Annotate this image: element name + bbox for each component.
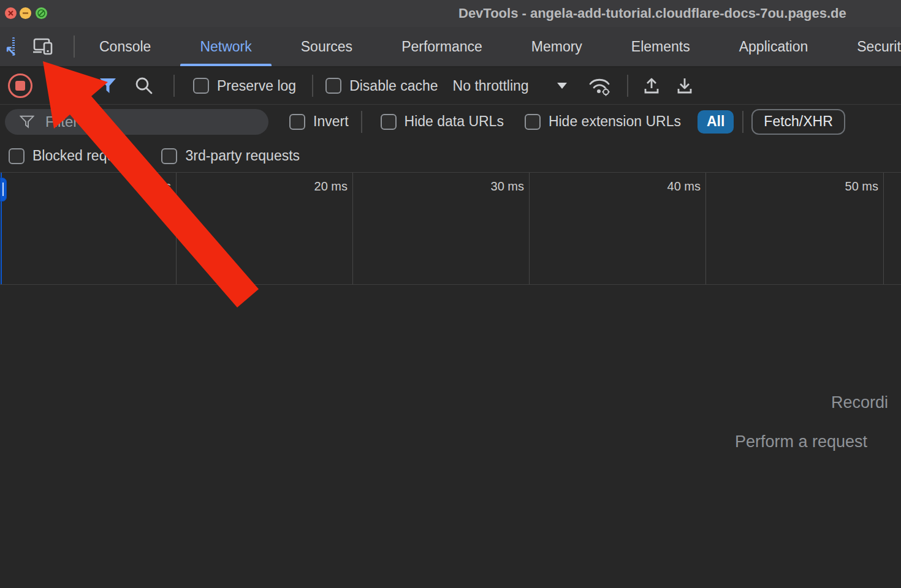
- tick-label: 50 ms: [793, 179, 878, 194]
- disable-cache-checkbox[interactable]: [325, 78, 341, 94]
- tick-line: [883, 173, 884, 284]
- tab-security[interactable]: Security: [832, 27, 901, 66]
- divider: [312, 75, 313, 97]
- filter-input[interactable]: [44, 113, 255, 131]
- network-overview-timeline[interactable]: 10 ms 20 ms 30 ms 40 ms 50 ms: [0, 173, 901, 285]
- tick-line: [705, 173, 706, 284]
- tick-line: [529, 173, 530, 284]
- hide-extension-urls-label: Hide extension URLs: [549, 113, 681, 130]
- inspect-cursor-icon: ↖: [5, 44, 17, 59]
- clear-icon[interactable]: [48, 77, 66, 94]
- third-party-requests-label: 3rd-party requests: [185, 148, 300, 164]
- hide-extension-urls-checkbox[interactable]: [525, 114, 541, 130]
- tab-console[interactable]: Console: [75, 27, 175, 66]
- divider: [84, 75, 85, 97]
- blocked-requests-checkbox[interactable]: [9, 148, 25, 164]
- devtools-tab-strip: ↖ Console Network Sources Performance Me…: [0, 27, 901, 67]
- divider: [173, 75, 175, 97]
- overview-left-grip[interactable]: [0, 178, 7, 202]
- tick-line: [352, 173, 353, 284]
- tick-label: 20 ms: [262, 179, 348, 194]
- tick-line: [176, 173, 177, 284]
- import-har-icon[interactable]: [642, 76, 661, 96]
- divider: [627, 75, 628, 97]
- export-har-icon[interactable]: [675, 76, 694, 96]
- disable-cache-label: Disable cache: [349, 78, 438, 94]
- network-filter-bar: Invert Hide data URLs Hide extension URL…: [0, 105, 901, 138]
- filter-input-pill[interactable]: [5, 109, 268, 135]
- hide-data-urls-label: Hide data URLs: [405, 113, 504, 130]
- device-toolbar-icon[interactable]: [33, 37, 54, 56]
- minimize-window-icon[interactable]: [20, 7, 31, 19]
- request-type-chip-all[interactable]: All: [698, 110, 734, 134]
- tick-label: 40 ms: [615, 179, 701, 194]
- inspect-element-icon[interactable]: ↖: [12, 37, 15, 56]
- tick-label: 30 ms: [438, 179, 524, 194]
- third-party-requests-checkbox[interactable]: [161, 148, 177, 164]
- hide-data-urls-checkbox[interactable]: [381, 114, 397, 130]
- zoom-window-icon[interactable]: [36, 7, 47, 19]
- tab-memory[interactable]: Memory: [507, 27, 607, 66]
- divider: [742, 111, 743, 133]
- tab-sources[interactable]: Sources: [276, 27, 377, 66]
- requests-empty-area: Recordi Perform a request: [0, 285, 901, 588]
- divider: [361, 111, 362, 133]
- empty-state-perform-text: Perform a request: [735, 432, 867, 451]
- invert-checkbox[interactable]: [289, 114, 305, 130]
- tick-label: 10 ms: [85, 179, 171, 194]
- network-toolbar: Preserve log Disable cache No throttling: [0, 67, 901, 105]
- empty-state-recording-text: Recordi: [831, 393, 888, 412]
- tab-network[interactable]: Network: [175, 27, 276, 66]
- network-conditions-icon[interactable]: [588, 75, 612, 96]
- window-title: DevTools - angela-add-tutorial.cloudflar…: [458, 0, 846, 27]
- filter-funnel-outline-icon: [20, 115, 34, 129]
- dropdown-caret-icon: [557, 83, 567, 89]
- tab-elements[interactable]: Elements: [607, 27, 715, 66]
- search-icon[interactable]: [134, 76, 154, 96]
- titlebar: DevTools - angela-add-tutorial.cloudflar…: [0, 0, 901, 28]
- record-icon[interactable]: [8, 74, 32, 98]
- preserve-log-checkbox[interactable]: [193, 78, 209, 94]
- blocked-requests-label: Blocked requests: [32, 148, 140, 164]
- preserve-log-label: Preserve log: [217, 78, 296, 94]
- filter-funnel-icon[interactable]: [99, 78, 117, 94]
- throttling-value: No throttling: [453, 78, 529, 94]
- network-filter-row-2: Blocked requests 3rd-party requests: [0, 140, 901, 173]
- request-type-chip-fetch-xhr[interactable]: Fetch/XHR: [751, 109, 845, 135]
- tab-application[interactable]: Application: [715, 27, 833, 66]
- close-window-icon[interactable]: [5, 7, 17, 19]
- throttling-select[interactable]: No throttling: [453, 78, 567, 94]
- invert-label: Invert: [313, 113, 349, 130]
- tab-performance[interactable]: Performance: [377, 27, 507, 66]
